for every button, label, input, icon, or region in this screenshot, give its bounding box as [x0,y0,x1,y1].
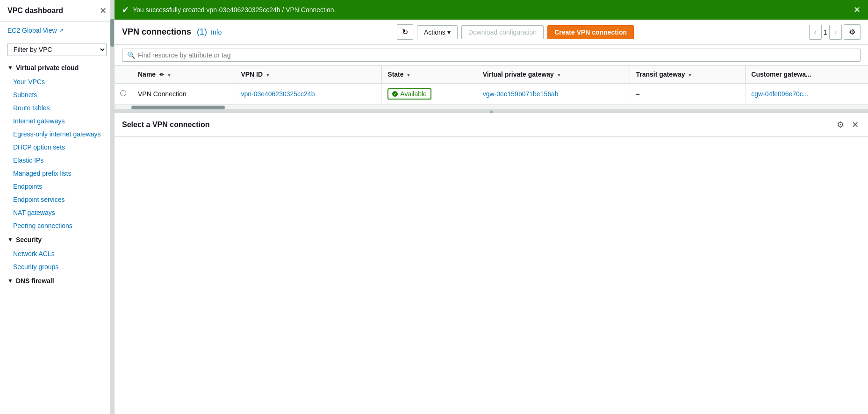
actions-button[interactable]: Actions ▾ [417,25,458,39]
lower-panel-close-button[interactable]: ✕ [850,119,861,131]
main-content: ✔ You successfully created vpn-03e406230… [115,0,868,414]
sort-vpg-icon[interactable]: ▾ [558,72,560,78]
sidebar-nav-item-security-groups[interactable]: Security groups [0,260,114,273]
settings-button[interactable]: ⚙ [844,24,861,40]
lower-panel-header: Select a VPN connection ⚙ ✕ [115,113,868,137]
row-vpg-cell: vgw-0ee159b071be156ab [477,83,630,105]
sidebar-section-header-security[interactable]: ▼ Security [0,232,114,247]
prev-page-button[interactable]: ‹ [809,25,822,40]
refresh-button[interactable]: ↻ [397,24,413,40]
sidebar-scrollbar-thumb [110,19,114,47]
sidebar-section-vpc: ▼ Virtual private cloud Your VPCs Subnet… [0,60,114,232]
sidebar-section-dns-firewall: ▼ DNS firewall [0,273,114,288]
sidebar-nav-item-managed-prefix-lists[interactable]: Managed prefix lists [0,167,114,180]
chevron-down-icon-security: ▼ [7,236,13,243]
search-input[interactable] [138,51,855,59]
sidebar-nav-item-elastic-ips[interactable]: Elastic IPs [0,154,114,167]
sidebar-section-security: ▼ Security Network ACLs Security groups [0,232,114,273]
sort-vpn-id-icon[interactable]: ▾ [266,72,269,78]
sidebar-close-button[interactable]: ✕ [100,6,107,16]
sidebar-nav-item-your-vpcs[interactable]: Your VPCs [0,75,114,88]
sidebar-nav-item-nat-gateways[interactable]: NAT gateways [0,206,114,219]
sidebar-section-header-dns-firewall[interactable]: ▼ DNS firewall [0,273,114,288]
row-state-cell: Available [382,83,477,105]
table-header-state: State ▾ [382,66,477,83]
filter-vpc-dropdown: Filter by VPC [0,39,114,60]
row-vpn-id-cell: vpn-03e406230325cc24b [235,83,382,105]
row-customer-gateway-cell: cgw-04fe096e70c... [746,83,868,105]
table-horizontal-scrollbar[interactable] [115,105,868,109]
table-scrollbar-thumb [131,106,225,109]
banner-close-button[interactable]: ✕ [854,5,861,15]
sidebar-scrollbar[interactable] [110,0,114,414]
state-label: Available [400,90,427,98]
table-header-vpn-id: VPN ID ▾ [235,66,382,83]
vpn-id-link[interactable]: vpn-03e406230325cc24b [241,90,315,98]
create-vpn-connection-button[interactable]: Create VPN connection [547,25,634,39]
sidebar: VPC dashboard ✕ EC2 Global View ↗ Filter… [0,0,115,414]
table-header-name: Name ✏ ▾ [132,66,235,83]
success-icon: ✔ [122,5,129,15]
page-title: VPN connections [122,27,191,37]
row-transit-gateway-cell: – [630,83,746,105]
sidebar-nav-item-endpoint-services[interactable]: Endpoint services [0,193,114,206]
external-link-icon: ↗ [59,27,64,34]
download-configuration-button[interactable]: Download configuration [461,25,544,39]
lower-panel-settings-button[interactable]: ⚙ [835,119,846,131]
row-radio-button[interactable] [120,90,126,96]
vpn-connections-table: Name ✏ ▾ VPN ID ▾ State ▾ Virtual privat… [115,66,868,105]
sidebar-title: VPC dashboard [7,7,63,15]
vpc-filter-select[interactable]: Filter by VPC [7,43,107,56]
search-icon: 🔍 [127,51,135,59]
sidebar-section-header-vpc[interactable]: ▼ Virtual private cloud [0,60,114,75]
sidebar-nav-item-internet-gateways[interactable]: Internet gateways [0,114,114,128]
actions-label: Actions [424,29,445,36]
lower-panel: ≡ Select a VPN connection ⚙ ✕ [115,109,868,414]
page-number: 1 [824,29,827,36]
info-link[interactable]: Info [211,29,222,36]
create-label: Create VPN connection [554,29,627,36]
search-input-wrap: 🔍 [122,49,861,62]
sidebar-nav-item-dhcp-option-sets[interactable]: DHCP option sets [0,141,114,154]
sort-name-icon[interactable]: ▾ [168,72,171,78]
download-config-label: Download configuration [468,29,537,36]
sidebar-nav-item-network-acls[interactable]: Network ACLs [0,247,114,260]
sort-tgw-icon[interactable]: ▾ [689,72,691,78]
sidebar-ec2-global-view-link[interactable]: EC2 Global View ↗ [0,22,114,39]
sidebar-nav-item-peering-connections[interactable]: Peering connections [0,219,114,232]
customer-gateway-link[interactable]: cgw-04fe096e70c... [751,90,808,98]
sidebar-nav-item-subnets[interactable]: Subnets [0,88,114,101]
actions-caret-icon: ▾ [447,29,451,36]
table-row: VPN Connection vpn-03e406230325cc24b Ava… [115,83,868,105]
table-header-select [115,66,132,83]
row-name: VPN Connection [138,90,187,98]
table-container: Name ✏ ▾ VPN ID ▾ State ▾ Virtual privat… [115,66,868,109]
success-banner: ✔ You successfully created vpn-03e406230… [115,0,868,20]
resource-count: (1) [197,27,207,37]
pagination: ‹ 1 › ⚙ [809,24,861,40]
table-header-row: Name ✏ ▾ VPN ID ▾ State ▾ Virtual privat… [115,66,868,83]
state-dot-icon [392,91,398,97]
sidebar-nav-item-route-tables[interactable]: Route tables [0,101,114,114]
table-header-customer-gateway: Customer gatewa... [746,66,868,83]
table-header-virtual-private-gateway: Virtual private gateway ▾ [477,66,630,83]
sidebar-nav-item-egress-only-internet-gateways[interactable]: Egress-only internet gateways [0,128,114,141]
lower-panel-controls: ⚙ ✕ [835,119,861,131]
toolbar: VPN connections (1) Info ↻ Actions ▾ Dow… [115,20,868,45]
chevron-down-icon: ▼ [7,64,13,71]
table-header-transit-gateway: Transit gateway ▾ [630,66,746,83]
sidebar-header: VPC dashboard ✕ [0,0,114,22]
sort-state-icon[interactable]: ▾ [407,72,410,78]
vpg-link[interactable]: vgw-0ee159b071be156ab [483,90,559,98]
panel-drag-handle[interactable]: ≡ [115,109,868,113]
edit-icon: ✏ [159,71,164,78]
lower-panel-title: Select a VPN connection [122,121,210,129]
lower-panel-body [115,137,868,414]
search-bar: 🔍 [115,45,868,66]
state-badge: Available [387,88,431,100]
next-page-button[interactable]: › [829,25,842,40]
transit-gateway-value: – [636,90,639,98]
sidebar-nav-item-endpoints[interactable]: Endpoints [0,180,114,193]
row-name-cell: VPN Connection [132,83,235,105]
row-radio-cell [115,83,132,105]
